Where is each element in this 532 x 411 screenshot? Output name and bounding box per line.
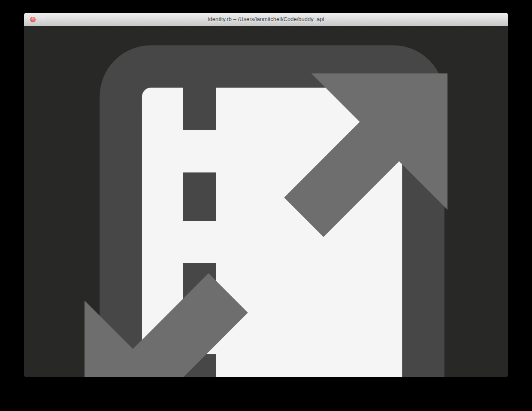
app-window: identity.rb – /Users/ianmitchell/Code/bu… [24, 13, 508, 377]
title-bar[interactable]: identity.rb – /Users/ianmitchell/Code/bu… [24, 13, 508, 26]
window-title: identity.rb – /Users/ianmitchell/Code/bu… [24, 13, 508, 26]
